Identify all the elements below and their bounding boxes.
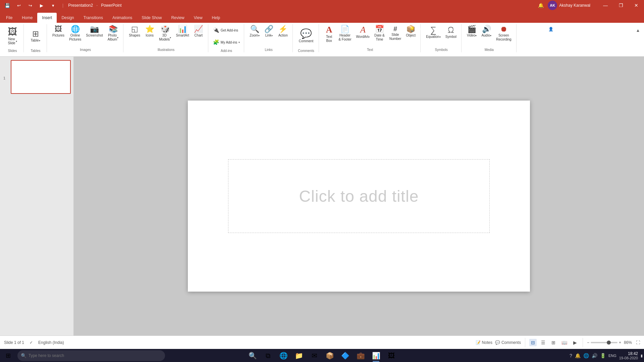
tab-home[interactable]: Home [17, 13, 37, 23]
start-button[interactable]: ⊞ [1, 349, 15, 362]
new-slide-button[interactable]: 🖼 NewSlide ▾ [4, 24, 21, 48]
taskbar-edge-chromium[interactable]: 🌐 [276, 349, 291, 362]
comments-button[interactable]: 💬 Comments [495, 340, 521, 345]
share-button[interactable]: 👤 Share [544, 25, 570, 34]
show-desktop-button[interactable]: ▮ [641, 354, 643, 358]
tab-animations[interactable]: Animations [108, 13, 137, 23]
action-button[interactable]: ⚡ Action [276, 24, 290, 39]
qat-customize-button[interactable]: ▾ [48, 1, 58, 10]
normal-view-button[interactable]: ⊟ [529, 339, 537, 346]
redo-button[interactable]: ↪ [25, 1, 35, 10]
video-arrow[interactable]: ▾ [475, 34, 477, 37]
zoom-button[interactable]: 🔍 Zoom ▾ [248, 24, 262, 39]
restore-button[interactable]: ❐ [613, 0, 629, 11]
taskbar-file-explorer[interactable]: 📁 [291, 349, 306, 362]
pictures-button[interactable]: 🖼 Pictures [50, 24, 66, 39]
audio-arrow[interactable]: ▾ [490, 34, 491, 37]
wordart-arrow[interactable]: ▾ [368, 36, 370, 39]
taskbar-dropbox[interactable]: 📦 [322, 349, 337, 362]
taskbar-teams[interactable]: 💼 [353, 349, 368, 362]
slide-canvas[interactable]: Click to add title [188, 101, 530, 292]
taskbar-photos[interactable]: 🖼 [384, 349, 399, 362]
3d-models-button[interactable]: 🎲 3DModels ▾ [157, 24, 173, 43]
present-button[interactable]: ▶ [37, 1, 46, 10]
taskbar-powerpoint[interactable]: 📊 [369, 349, 383, 362]
notes-button[interactable]: 📝 Notes [476, 340, 492, 345]
slide-thumbnail[interactable] [11, 60, 71, 94]
chart-button[interactable]: 📈 Chart [192, 24, 205, 39]
link-arrow[interactable]: ▾ [271, 34, 273, 37]
text-box-button[interactable]: A TextBox [322, 24, 336, 44]
screenshot-button[interactable]: 📷 Screenshot [84, 24, 105, 39]
header-footer-button[interactable]: 📄 Header& Footer [336, 24, 353, 43]
notification-icon[interactable]: 🔔 [538, 3, 544, 8]
new-slide-arrow[interactable]: ▾ [16, 40, 17, 43]
tell-me-bar[interactable]: 💡 Tell me what you want to do [406, 25, 470, 34]
link-label: Link [265, 34, 271, 38]
tab-design[interactable]: Design [57, 13, 78, 23]
slide-sorter-button[interactable]: ⊞ [550, 339, 557, 346]
table-arrow[interactable]: ▾ [39, 39, 40, 42]
link-button[interactable]: 🔗 Link ▾ [262, 24, 276, 39]
taskbar-search-input[interactable] [29, 353, 160, 358]
canvas-area[interactable]: Click to add title [74, 57, 644, 336]
equation-label: Equation [426, 35, 439, 39]
tab-transitions[interactable]: Transitions [79, 13, 108, 23]
reading-view-button[interactable]: 📖 [560, 339, 569, 346]
photo-album-arrow[interactable]: ▾ [117, 36, 118, 39]
notification-tray-icon[interactable]: 🔔 [575, 353, 581, 358]
network-tray-icon[interactable]: 🌐 [583, 353, 589, 358]
equation-arrow[interactable]: ▾ [439, 36, 441, 39]
zoom-out-button[interactable]: − [587, 340, 589, 345]
wordart-button[interactable]: A WordArt ▾ [354, 24, 372, 40]
taskbar-taskview[interactable]: ⧉ [261, 349, 275, 362]
tab-insert[interactable]: Insert [37, 13, 57, 23]
my-addins-button[interactable]: 🧩 My Add-ins ▾ [212, 39, 241, 46]
help-tray-icon[interactable]: ? [570, 353, 572, 358]
smartart-button[interactable]: 📊 SmartArt [174, 24, 191, 39]
ribbon-collapse-button[interactable]: ▲ [633, 25, 643, 35]
comment-button[interactable]: 💬 Comment [296, 24, 316, 48]
undo-button[interactable]: ↩ [14, 1, 23, 10]
battery-tray-icon[interactable]: 🔋 [600, 353, 606, 358]
tab-slideshow[interactable]: Slide Show [137, 13, 166, 23]
user-area[interactable]: AK Akshay Karanwal [548, 1, 590, 10]
spell-check-button[interactable]: ✓ [30, 340, 33, 345]
taskbar-edge[interactable]: 🔷 [338, 349, 353, 362]
online-pictures-button[interactable]: 🌐 OnlinePictures [67, 24, 83, 43]
outline-view-button[interactable]: ☰ [539, 339, 547, 346]
zoom-arrow[interactable]: ▾ [258, 34, 260, 37]
slideshow-button[interactable]: ▶ [572, 339, 579, 346]
action-icon: ⚡ [278, 25, 287, 33]
date-time-button[interactable]: 📅 Date &Time [372, 24, 387, 43]
3d-models-arrow[interactable]: ▾ [170, 36, 171, 39]
taskbar-cortana[interactable]: 🔍 [245, 349, 260, 362]
zoom-in-button[interactable]: + [619, 340, 621, 345]
save-button[interactable]: 💾 [3, 1, 12, 10]
slide-number-button[interactable]: # SlideNumber [387, 24, 404, 42]
taskbar-outlook[interactable]: ✉ [307, 349, 322, 362]
shapes-button[interactable]: ◱ Shapes [127, 24, 142, 39]
close-button[interactable]: ✕ [629, 0, 644, 11]
language-text: English (India) [38, 340, 64, 345]
tab-help[interactable]: Help [207, 13, 225, 23]
table-button[interactable]: ⊞ Table ▾ [27, 24, 44, 48]
volume-tray-icon[interactable]: 🔊 [592, 353, 597, 358]
clock-area[interactable]: 18:42 19-08-2020 [619, 351, 638, 360]
photo-album-button[interactable]: 📚 PhotoAlbum ▾ [106, 24, 120, 43]
zoom-slider-thumb [607, 341, 611, 345]
icons-button[interactable]: ⭐ Icons [143, 24, 156, 39]
audio-button[interactable]: 🔊 Audio ▾ [479, 24, 493, 39]
my-addins-arrow[interactable]: ▾ [238, 41, 240, 44]
tab-review[interactable]: Review [166, 13, 189, 23]
tab-file[interactable]: File [1, 13, 17, 23]
tab-view[interactable]: View [189, 13, 207, 23]
minimize-button[interactable]: — [598, 0, 613, 11]
title-placeholder[interactable]: Click to add title [228, 159, 490, 233]
ribbon: File Home Insert Design Transitions Anim… [0, 11, 644, 57]
language-selector[interactable]: English (India) [38, 340, 64, 345]
zoom-slider[interactable] [591, 342, 618, 343]
fit-slide-button[interactable]: ⛶ [636, 340, 640, 345]
screen-recording-button[interactable]: ⏺ ScreenRecording [494, 24, 514, 43]
get-addins-button[interactable]: 🔌 Get Add-ins [212, 26, 241, 34]
